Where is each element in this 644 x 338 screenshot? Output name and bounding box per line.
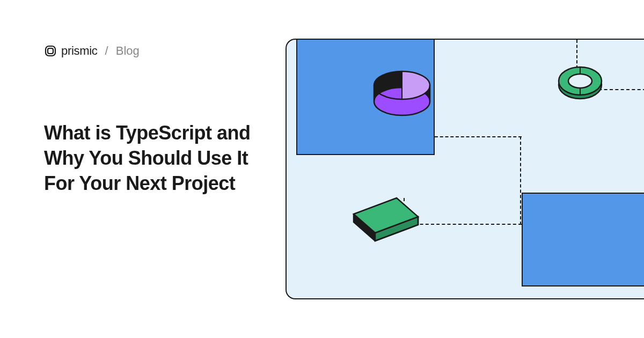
dashed-connector — [520, 136, 521, 225]
book-shape-icon — [346, 190, 423, 248]
ring-shape-icon — [555, 62, 606, 105]
header: prismic / Blog — [44, 44, 140, 58]
brand-name: prismic — [61, 44, 98, 58]
blue-rect-bottom — [522, 193, 644, 286]
hero-illustration — [286, 39, 644, 299]
section-name: Blog — [116, 44, 140, 58]
cylinder-shape-icon — [370, 69, 434, 122]
breadcrumb-separator: / — [105, 44, 108, 58]
svg-point-9 — [568, 74, 592, 88]
dashed-connector — [435, 136, 522, 137]
svg-rect-0 — [46, 46, 55, 56]
prismic-logo-icon — [44, 45, 57, 57]
svg-rect-1 — [48, 48, 53, 54]
page-title: What is TypeScript and Why You Should Us… — [44, 121, 280, 196]
